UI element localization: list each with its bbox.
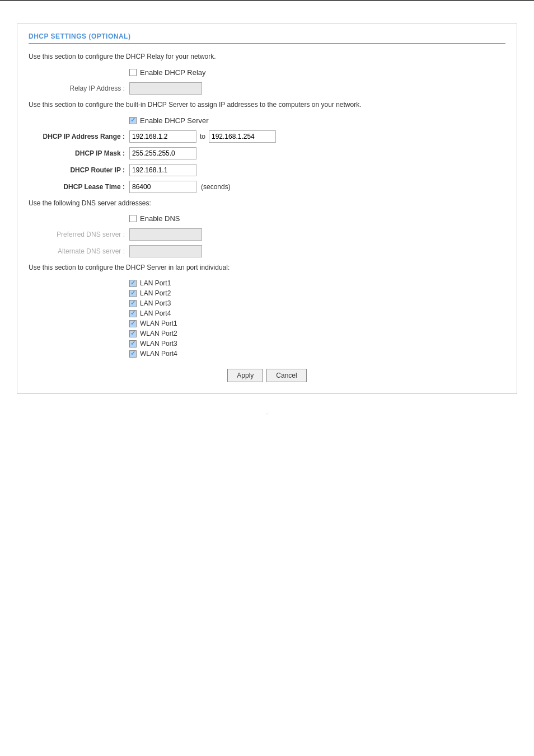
relay-ip-input[interactable] <box>129 82 202 95</box>
dhcp-ip-mask-label: DHCP IP Mask : <box>29 149 129 157</box>
dhcp-settings-section: DHCP SETTINGS (OPTIONAL) Use this sectio… <box>17 24 517 394</box>
apply-button[interactable]: Apply <box>227 369 263 382</box>
lan-port1-label: LAN Port1 <box>140 279 171 287</box>
wlan-port3-label: WLAN Port3 <box>140 340 177 348</box>
lan-port3-label: LAN Port3 <box>140 299 171 307</box>
enable-dhcp-relay-label: Enable DHCP Relay <box>140 68 206 77</box>
lan-port4-label: LAN Port4 <box>140 309 171 317</box>
preferred-dns-label: Preferred DNS server : <box>29 231 129 238</box>
buttons-row: Apply Cancel <box>29 369 505 382</box>
list-item: WLAN Port1 <box>129 320 505 327</box>
port-section: LAN Port1 LAN Port2 LAN Port3 LAN Port4 … <box>29 279 505 358</box>
lan-port4-checkbox[interactable] <box>129 310 137 317</box>
dhcp-lease-time-label: DHCP Lease Time : <box>29 183 129 191</box>
enable-dns-label: Enable DNS <box>140 214 180 223</box>
enable-dhcp-server-checkbox-icon[interactable] <box>129 117 137 124</box>
alternate-dns-row: Alternate DNS server : <box>29 245 505 257</box>
dhcp-lease-time-row: DHCP Lease Time : (seconds) <box>29 181 505 193</box>
wlan-port4-label: WLAN Port4 <box>140 350 177 358</box>
list-item: LAN Port3 <box>129 299 505 307</box>
wlan-port4-checkbox[interactable] <box>129 350 137 358</box>
lan-port2-label: LAN Port2 <box>140 289 171 297</box>
dhcp-router-ip-row: DHCP Router IP : <box>29 164 505 176</box>
relay-description: Use this section to configure the DHCP R… <box>29 52 505 62</box>
preferred-dns-input[interactable] <box>129 228 202 241</box>
preferred-dns-row: Preferred DNS server : <box>29 228 505 241</box>
enable-dhcp-server-label: Enable DHCP Server <box>140 116 209 125</box>
list-item: WLAN Port4 <box>129 350 505 358</box>
section-title: DHCP SETTINGS (OPTIONAL) <box>29 32 505 44</box>
dhcp-ip-mask-input[interactable] <box>129 147 196 159</box>
lan-port2-checkbox[interactable] <box>129 290 137 297</box>
list-item: LAN Port4 <box>129 309 505 317</box>
enable-dns-checkbox-icon[interactable] <box>129 215 137 222</box>
enable-dns-row: Enable DNS <box>29 214 505 223</box>
wlan-port2-checkbox[interactable] <box>129 330 137 337</box>
server-description: Use this section to configure the built-… <box>29 100 505 110</box>
dhcp-ip-range-label: DHCP IP Address Range : <box>29 133 129 140</box>
wlan-port1-checkbox[interactable] <box>129 320 137 327</box>
wlan-port1-label: WLAN Port1 <box>140 320 177 327</box>
dhcp-router-ip-label: DHCP Router IP : <box>29 166 129 174</box>
list-item: WLAN Port2 <box>129 330 505 337</box>
relay-ip-row: Relay IP Address : <box>29 82 505 95</box>
dhcp-ip-range-to-input[interactable] <box>209 130 276 143</box>
lan-port1-checkbox[interactable] <box>129 280 137 287</box>
to-label: to <box>200 133 205 140</box>
alternate-dns-label: Alternate DNS server : <box>29 247 129 255</box>
cancel-button[interactable]: Cancel <box>266 369 306 382</box>
dhcp-ip-mask-row: DHCP IP Mask : <box>29 147 505 159</box>
enable-dhcp-server-row: Enable DHCP Server <box>29 116 505 125</box>
dhcp-ip-range-row: DHCP IP Address Range : to <box>29 130 505 143</box>
port-description: Use this section to configure the DHCP S… <box>29 263 505 273</box>
list-item: WLAN Port3 <box>129 340 505 348</box>
dns-description: Use the following DNS server addresses: <box>29 199 505 208</box>
enable-dhcp-relay-checkbox-icon[interactable] <box>129 69 137 76</box>
list-item: LAN Port2 <box>129 289 505 297</box>
enable-dhcp-relay-row: Enable DHCP Relay <box>29 68 505 77</box>
lan-port3-checkbox[interactable] <box>129 300 137 307</box>
wlan-port3-checkbox[interactable] <box>129 340 137 348</box>
relay-ip-label: Relay IP Address : <box>29 84 129 92</box>
dhcp-lease-time-input[interactable] <box>129 181 196 193</box>
list-item: LAN Port1 <box>129 279 505 287</box>
dhcp-router-ip-input[interactable] <box>129 164 196 176</box>
seconds-label: (seconds) <box>201 183 231 191</box>
alternate-dns-input[interactable] <box>129 245 202 257</box>
dhcp-ip-range-from-input[interactable] <box>129 130 196 143</box>
dot-separator: · <box>17 411 517 417</box>
wlan-port2-label: WLAN Port2 <box>140 330 177 337</box>
